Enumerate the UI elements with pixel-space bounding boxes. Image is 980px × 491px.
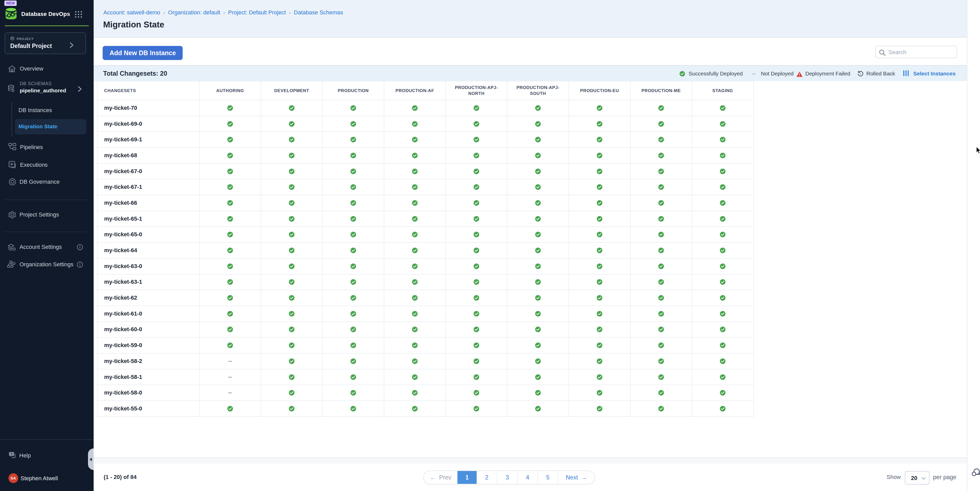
svg-text:?: ? (11, 453, 12, 456)
